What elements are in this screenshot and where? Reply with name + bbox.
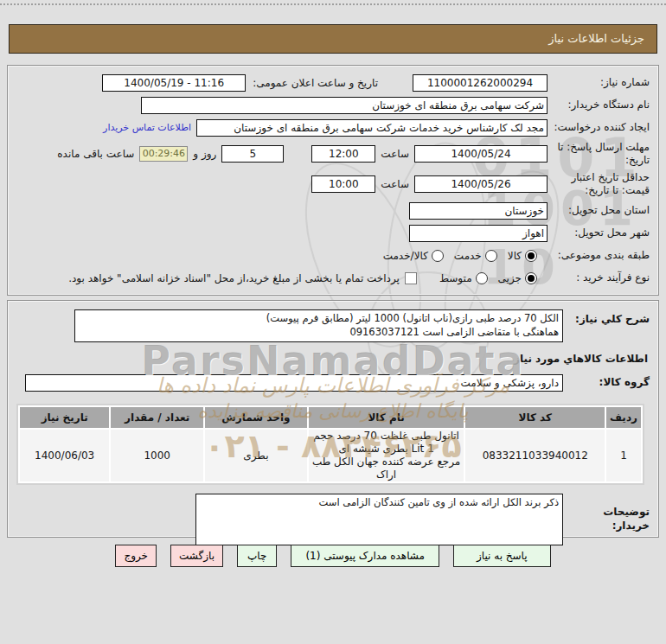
delivery-city-row: شهر محل تحویل: اهواز — [16, 224, 650, 242]
buyer-notes-row: توضیحات خریدار: ذکر برند الکل ارائه شده … — [16, 494, 650, 545]
cell-row-number: 1 — [606, 430, 641, 481]
delivery-province-row: استان محل تحویل: خوزستان — [16, 201, 650, 220]
treasury-checkbox[interactable] — [405, 272, 417, 284]
cell-goods-code: 0833211033940012 — [465, 430, 605, 481]
action-buttons: پاسخ به نیاز مشاهده مدارک پیوستی (1) چاپ… — [0, 545, 666, 567]
purchase-process-row: نوع فرآیند خرید : جزیی متوسط پرداخت تمام… — [16, 269, 650, 287]
deadline-date-input[interactable]: 1400/05/24 — [414, 145, 548, 163]
radio-partial-label: جزیی — [498, 272, 522, 284]
goods-table: ردیف کد کالا نام کالا واحد شمارش تعداد /… — [16, 404, 644, 485]
radio-medium[interactable] — [476, 272, 488, 284]
print-button[interactable]: چاپ — [237, 545, 277, 567]
radio-goods-service[interactable] — [432, 250, 444, 262]
cell-goods-name: اتانول طبی غلظت 70 درصد حجم 1 Lit بطری ش… — [309, 430, 464, 481]
need-number-row: شماره نیاز: 1100001262000294 تاریخ و ساع… — [16, 73, 650, 92]
option-goods: کالا — [508, 250, 537, 262]
price-validity-label: حداقل تاریخ اعتبار قیمت: تا تاریخ: — [548, 171, 650, 197]
header-goods-code: کد کالا — [465, 407, 605, 428]
delivery-province-input[interactable]: خوزستان — [409, 202, 548, 220]
page-title: جزئیات اطلاعات نیاز — [9, 24, 657, 54]
buyer-notes-textarea[interactable]: ذکر برند الکل ارائه شده از وی تامین کنند… — [195, 494, 563, 545]
option-service: خدمت — [454, 250, 497, 262]
delivery-province-label: استان محل تحویل: — [548, 204, 650, 217]
header-quantity: تعداد / مقدار — [111, 407, 203, 428]
header-count-unit: واحد شمارش — [205, 407, 307, 428]
goods-group-label: گروه کالا: — [563, 376, 650, 390]
need-number-input[interactable]: 1100001262000294 — [413, 74, 548, 92]
subject-classification-label: طبقه بندی موضوعی: — [548, 249, 650, 262]
validity-date-input[interactable]: 1400/05/26 — [414, 175, 548, 193]
goods-info-panel: شرح کلي نیاز: الکل 70 درصد طبی رازی(ناب … — [7, 300, 659, 538]
remaining-days-input[interactable]: 5 — [221, 145, 284, 163]
announce-datetime-input[interactable]: 1400/05/19 - 11:16 — [102, 74, 246, 92]
description-line-1: الکل 70 درصد طبی رازی(ناب اتانول) 1000 ل… — [79, 311, 559, 325]
radio-goods[interactable] — [525, 250, 537, 262]
goods-table-header-row: ردیف کد کالا نام کالا واحد شمارش تعداد /… — [20, 407, 641, 428]
buyer-notes-label: توضیحات خریدار: — [563, 506, 650, 532]
countdown-timer: 00:29:46 — [139, 146, 188, 162]
option-partial: جزیی — [498, 272, 537, 284]
view-attachments-button[interactable]: مشاهده مدارک پیوستی (1) — [291, 545, 439, 567]
radio-service[interactable] — [485, 250, 497, 262]
general-description-row: شرح کلي نیاز: الکل 70 درصد طبی رازی(ناب … — [16, 309, 650, 342]
subject-classification-row: طبقه بندی موضوعی: کالا خدمت کالا/خدمت — [16, 246, 650, 265]
option-medium: متوسط — [439, 272, 488, 284]
back-button[interactable]: بازگشت — [170, 545, 223, 567]
goods-name-line-1: اتانول طبی غلظت 70 درصد حجم 1 Lit بطری ش… — [312, 430, 461, 456]
header-row-number: ردیف — [606, 407, 641, 428]
delivery-city-label: شهر محل تحویل: — [548, 226, 650, 239]
request-creator-input[interactable]: مجد لک کارشناس خرید خدمات شرکت سهامی برق… — [196, 119, 548, 137]
radio-service-label: خدمت — [454, 250, 482, 262]
deadline-time-input[interactable]: 12:00 — [311, 145, 375, 163]
days-and-label: روز و — [193, 148, 216, 160]
need-details-page: 0101 1001 10 جزئیات اطلاعات نیاز شماره ن… — [0, 0, 666, 644]
required-goods-header: اطلاعات کالاهاي مورد نیاز — [16, 353, 648, 365]
exit-button[interactable]: خروج — [115, 545, 157, 567]
request-creator-row: ایجاد کننده درخواست: مجد لک کارشناس خرید… — [16, 118, 650, 137]
radio-goods-label: کالا — [508, 250, 522, 262]
respond-to-need-button[interactable]: پاسخ به نیاز — [453, 545, 551, 567]
goods-name-line-2: مرجع عرضه کننده جهان الکل طب اراک — [312, 456, 461, 481]
description-line-2: هماهنگی با متقاضی الزامی است 09163037121 — [79, 325, 559, 339]
announce-datetime-label: تاریخ و ساعت اعلان عمومی: — [253, 77, 378, 89]
header-goods-name: نام کالا — [309, 407, 464, 428]
top-dotted-divider — [0, 3, 666, 5]
hours-remaining-label: ساعت باقی مانده — [57, 148, 134, 160]
need-info-panel: شماره نیاز: 1100001262000294 تاریخ و ساع… — [7, 65, 659, 296]
general-description-input[interactable]: الکل 70 درصد طبی رازی(ناب اتانول) 1000 ل… — [74, 309, 563, 342]
validity-time-input[interactable]: 10:00 — [311, 175, 375, 193]
general-description-label: شرح کلي نیاز: — [563, 309, 650, 327]
goods-group-input[interactable]: دارو، پزشکی و سلامت — [25, 374, 563, 392]
response-deadline-label: مهلت ارسال پاسخ: تا تاریخ: — [548, 141, 650, 167]
price-validity-row: حداقل تاریخ اعتبار قیمت: تا تاریخ: 1400/… — [16, 171, 650, 197]
request-creator-label: ایجاد کننده درخواست: — [548, 121, 650, 134]
need-number-label: شماره نیاز: — [548, 76, 650, 89]
goods-group-row: گروه کالا: دارو، پزشکی و سلامت — [16, 373, 650, 392]
cell-count-unit: بطری — [205, 430, 307, 481]
goods-table-row: 1 0833211033940012 اتانول طبی غلظت 70 در… — [20, 430, 641, 481]
buyer-org-input[interactable]: شرکت سهامی برق منطقه ای خوزستان — [141, 97, 548, 114]
deadline-hour-label: ساعت — [381, 148, 409, 160]
buyer-org-label: نام دستگاه خریدار: — [548, 99, 650, 112]
radio-goods-service-label: کالا/خدمت — [383, 250, 428, 262]
delivery-city-input[interactable]: اهواز — [409, 225, 548, 242]
buyer-org-row: نام دستگاه خریدار: شرکت سهامی برق منطقه … — [16, 96, 650, 114]
purchase-process-label: نوع فرآیند خرید : — [548, 271, 650, 284]
cell-need-date: 1400/06/03 — [20, 430, 109, 481]
validity-hour-label: ساعت — [381, 178, 409, 190]
cell-quantity: 1000 — [111, 430, 203, 481]
response-deadline-row: مهلت ارسال پاسخ: تا تاریخ: 1400/05/24 سا… — [16, 141, 650, 167]
header-need-date: تاریخ نیاز — [20, 407, 109, 428]
treasury-note-label: پرداخت تمام یا بخشی از مبلغ خرید،از محل … — [68, 272, 400, 284]
option-goods-service: کالا/خدمت — [383, 250, 444, 262]
radio-medium-label: متوسط — [439, 272, 472, 284]
buyer-contact-link[interactable]: اطلاعات تماس خریدار — [103, 122, 191, 133]
radio-partial[interactable] — [525, 272, 537, 284]
